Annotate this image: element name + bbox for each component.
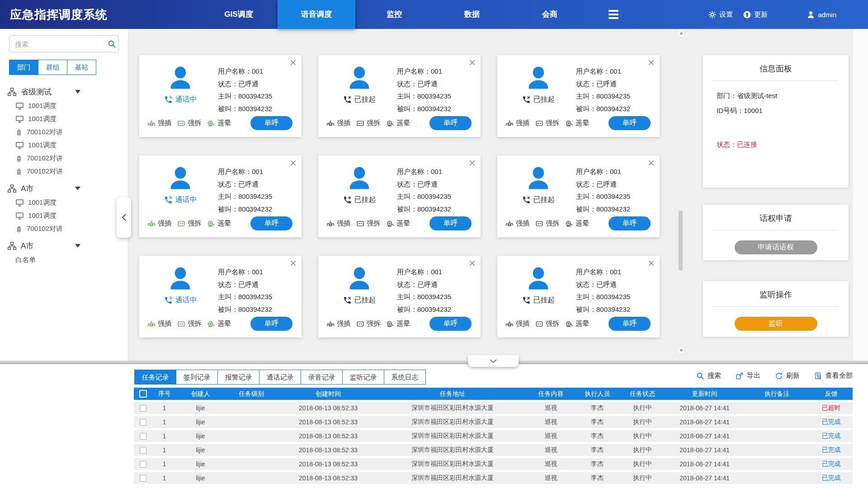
row-checkbox[interactable]: [140, 433, 146, 440]
nav-tab-conference[interactable]: 会商: [511, 0, 589, 29]
tab-group[interactable]: 群组: [38, 60, 67, 75]
remote-stun-button[interactable]: 遥晕: [565, 119, 589, 127]
caret-down-icon[interactable]: [75, 90, 80, 94]
force-insert-button[interactable]: 强插: [505, 319, 529, 328]
force-release-button[interactable]: 强拆: [356, 119, 380, 127]
close-icon[interactable]: [469, 59, 476, 66]
row-checkbox[interactable]: [140, 475, 146, 482]
row-checkbox[interactable]: [140, 405, 146, 412]
single-call-button[interactable]: 单呼: [250, 116, 292, 130]
tree-item[interactable]: 1001调度: [7, 139, 128, 152]
tree-item[interactable]: 白名单: [7, 253, 128, 267]
force-insert-button[interactable]: 强插: [505, 119, 529, 127]
single-call-button[interactable]: 单呼: [609, 116, 651, 130]
force-release-button[interactable]: 强拆: [535, 219, 559, 228]
user-menu[interactable]: admin: [807, 10, 836, 19]
row-checkbox[interactable]: [140, 447, 146, 454]
force-insert-button[interactable]: 强插: [147, 219, 171, 228]
close-icon[interactable]: [648, 59, 655, 66]
task-row[interactable]: 1 lijie 2018-08-13 08:52:33 深圳市福田区彩田村水源大…: [134, 458, 853, 470]
single-call-button[interactable]: 单呼: [250, 216, 292, 230]
remote-stun-button[interactable]: 遥晕: [565, 319, 589, 328]
tree-item[interactable]: 1001调度: [7, 113, 128, 126]
caret-down-icon[interactable]: [75, 244, 80, 248]
remote-stun-button[interactable]: 遥晕: [386, 119, 410, 127]
tree-item[interactable]: 1001调度: [7, 99, 128, 113]
close-icon[interactable]: [290, 160, 297, 166]
caret-down-icon[interactable]: [75, 187, 80, 190]
select-all-checkbox[interactable]: [139, 390, 147, 398]
remote-stun-button[interactable]: 遥晕: [565, 219, 589, 228]
force-insert-button[interactable]: 强插: [505, 219, 529, 228]
settings-button[interactable]: 设置: [708, 10, 733, 19]
task-row[interactable]: 1 lijie 2018-08-13 08:52:33 深圳市福田区彩田村水源大…: [134, 444, 853, 456]
force-release-button[interactable]: 强拆: [356, 219, 380, 228]
remote-stun-button[interactable]: 遥晕: [207, 319, 231, 328]
sidebar-collapse-handle[interactable]: [117, 197, 131, 238]
refresh-button[interactable]: 刷新: [775, 371, 800, 380]
tree-item[interactable]: 省级测试: [7, 84, 128, 99]
listen-button[interactable]: 监听: [735, 317, 817, 331]
row-checkbox[interactable]: [140, 461, 146, 468]
force-release-button[interactable]: 强拆: [535, 119, 559, 127]
force-insert-button[interactable]: 强插: [326, 119, 350, 127]
request-talk-right-button[interactable]: 申请话语权: [735, 240, 817, 254]
single-call-button[interactable]: 单呼: [429, 116, 472, 130]
close-icon[interactable]: [648, 260, 655, 267]
menu-button[interactable]: [589, 0, 638, 29]
table-search-button[interactable]: 搜索: [696, 371, 721, 380]
force-release-button[interactable]: 强拆: [177, 219, 201, 228]
tab-checkin-records[interactable]: 签到记录: [176, 370, 218, 385]
remote-stun-button[interactable]: 遥晕: [386, 319, 410, 328]
tab-alarm-records[interactable]: 报警记录: [217, 370, 259, 385]
update-button[interactable]: 更新: [743, 10, 768, 19]
force-release-button[interactable]: 强拆: [177, 319, 201, 328]
force-insert-button[interactable]: 强插: [326, 319, 350, 328]
single-call-button[interactable]: 单呼: [429, 317, 472, 331]
force-insert-button[interactable]: 强插: [147, 119, 171, 127]
tab-department[interactable]: 部门: [9, 60, 38, 75]
bottom-collapse-handle[interactable]: [468, 355, 519, 367]
single-call-button[interactable]: 单呼: [609, 216, 651, 230]
view-all-button[interactable]: 查看全部: [814, 371, 853, 380]
remote-stun-button[interactable]: 遥晕: [207, 219, 231, 228]
force-release-button[interactable]: 强拆: [177, 119, 201, 127]
scroll-down-button[interactable]: [677, 347, 685, 355]
tab-call-records[interactable]: 通话记录: [259, 370, 301, 385]
single-call-button[interactable]: 单呼: [250, 317, 292, 331]
export-button[interactable]: 导出: [736, 371, 760, 380]
tree-item[interactable]: 1001调度: [7, 196, 128, 209]
force-insert-button[interactable]: 强插: [326, 219, 350, 228]
nav-tab-gis-dispatch[interactable]: GIS调度: [200, 0, 278, 29]
force-release-button[interactable]: 强拆: [535, 319, 559, 328]
nav-tab-voice-dispatch[interactable]: 语音调度: [278, 0, 355, 29]
scrollbar-thumb[interactable]: [679, 211, 683, 271]
row-checkbox[interactable]: [140, 419, 146, 426]
search-button[interactable]: [105, 36, 118, 52]
task-row[interactable]: 1 lijie 2018-08-13 08:52:33 深圳市福田区彩田村水源大…: [134, 430, 853, 442]
single-call-button[interactable]: 单呼: [609, 317, 651, 331]
tree-item[interactable]: 700102对讲: [7, 222, 128, 235]
force-insert-button[interactable]: 强插: [147, 319, 171, 328]
single-call-button[interactable]: 单呼: [429, 216, 472, 230]
task-row[interactable]: 1 lijie 2018-08-13 08:52:33 深圳市福田区彩田村水源大…: [134, 472, 853, 484]
tree-item[interactable]: 700102对讲: [7, 165, 128, 178]
tab-basestation[interactable]: 基站: [67, 60, 96, 75]
tree-item[interactable]: A市: [7, 238, 128, 253]
tree-item[interactable]: 700102对讲: [7, 126, 128, 139]
tree-item[interactable]: A市: [7, 181, 128, 196]
scroll-up-button[interactable]: [677, 29, 685, 37]
tree-item[interactable]: 700102对讲: [7, 152, 128, 165]
tab-listen-records[interactable]: 监听记录: [342, 370, 384, 385]
tab-system-log[interactable]: 系统日志: [384, 370, 426, 385]
close-icon[interactable]: [290, 260, 297, 267]
tab-task-records[interactable]: 任务记录: [134, 370, 176, 385]
close-icon[interactable]: [469, 160, 476, 166]
nav-tab-monitoring[interactable]: 监控: [355, 0, 433, 29]
task-row[interactable]: 1 lijie 2018-08-13 08:52:33 深圳市福田区彩田村水源大…: [134, 416, 853, 428]
force-release-button[interactable]: 强拆: [356, 319, 380, 328]
remote-stun-button[interactable]: 遥晕: [207, 119, 231, 127]
search-input[interactable]: [9, 40, 105, 48]
tab-recording-records[interactable]: 录音记录: [301, 370, 343, 385]
tree-item[interactable]: 1001调度: [7, 209, 128, 222]
